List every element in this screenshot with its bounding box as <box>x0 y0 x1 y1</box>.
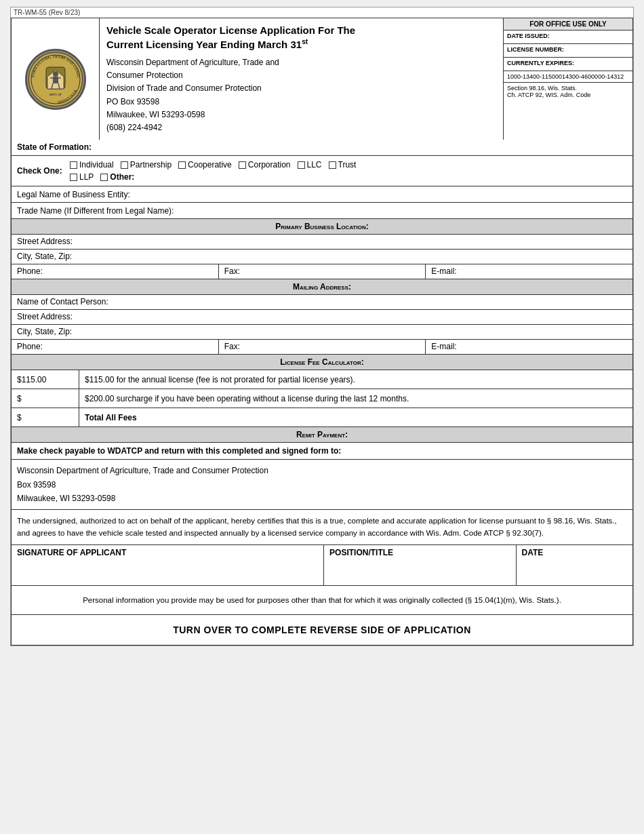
check-cooperative[interactable]: Cooperative <box>178 160 232 170</box>
office-section-ref: Section 98.16, Wis. Stats. Ch. ATCP 92, … <box>504 83 632 100</box>
remit-instruction: Make check payable to WDATCP and return … <box>12 443 632 460</box>
footer-note: Personal information you provide may be … <box>12 586 632 615</box>
office-use-block: FOR OFFICE USE ONLY DATE ISSUED: LICENSE… <box>504 18 632 140</box>
primary-phone-row: Phone: Fax: E-mail: <box>12 264 632 279</box>
fee3-amount: $ <box>12 408 79 426</box>
checkbox-trust[interactable] <box>329 161 336 169</box>
fee2-amount: $ <box>12 389 79 408</box>
svg-text:DEPT. OF: DEPT. OF <box>49 93 62 96</box>
primary-location-header: Primary Business Location: <box>12 219 632 235</box>
fee-row-1: $115.00 $115.00 for the annual license (… <box>12 370 632 389</box>
form-title: Vehicle Scale Operator License Applicati… <box>106 24 496 51</box>
check-trust[interactable]: Trust <box>329 160 357 170</box>
trade-name-row: Trade Name (If Different from Legal Name… <box>12 203 632 219</box>
footer-turn-over: TURN OVER TO COMPLETE REVERSE SIDE OF AP… <box>12 615 632 645</box>
fee2-desc: $200.00 surcharge if you have been opera… <box>79 389 632 408</box>
legal-name-row: Legal Name of Business Entity: <box>12 186 632 203</box>
remit-payment-header: Remit Payment: <box>12 427 632 443</box>
label-llc: LLC <box>307 160 322 170</box>
check-other[interactable]: Other: <box>100 172 134 182</box>
agency-info: Wisconsin Department of Agriculture, Tra… <box>106 56 496 134</box>
contact-person-row: Name of Contact Person: <box>12 295 632 310</box>
fee-row-total: $ Total All Fees <box>12 408 632 427</box>
mailing-phone-cell: Phone: <box>12 340 219 354</box>
currently-expires-field: CURRENTLY EXPIRES: <box>504 58 632 71</box>
mailing-street-row: Street Address: <box>12 310 632 325</box>
svg-rect-7 <box>53 77 58 83</box>
state-formation-row: State of Formation: <box>12 140 632 156</box>
check-corporation[interactable]: Corporation <box>239 160 291 170</box>
label-trust: Trust <box>338 160 357 170</box>
mailing-phone-row: Phone: Fax: E-mail: <box>12 340 632 355</box>
primary-fax-cell: Fax: <box>219 264 426 279</box>
check-llp[interactable]: LLP <box>70 172 94 182</box>
svg-point-6 <box>53 71 58 77</box>
checkbox-corporation[interactable] <box>239 161 246 169</box>
office-use-header: FOR OFFICE USE ONLY <box>504 18 632 31</box>
mailing-email-cell: E-mail: <box>426 340 632 354</box>
check-partnership[interactable]: Partnership <box>121 160 172 170</box>
label-other: Other: <box>110 172 134 182</box>
checkbox-llp[interactable] <box>70 174 77 181</box>
remit-address: Wisconsin Department of Agriculture, Tra… <box>12 460 632 510</box>
header-title-block: Vehicle Scale Operator License Applicati… <box>100 18 504 140</box>
checkbox-cooperative[interactable] <box>178 161 186 169</box>
checkbox-individual[interactable] <box>70 161 77 169</box>
primary-phone-cell: Phone: <box>12 264 219 279</box>
check-one-row: Check One: Individual Partnership Cooper… <box>12 156 632 186</box>
fee1-amount: $115.00 <box>12 370 79 389</box>
license-fee-header: License Fee Calculator: <box>12 355 632 370</box>
date-issued-field: DATE ISSUED: <box>504 31 632 44</box>
primary-city-row: City, State, Zip: <box>12 250 632 264</box>
label-cooperative: Cooperative <box>188 160 232 170</box>
fee3-desc: Total All Fees <box>79 408 632 426</box>
primary-street-row: Street Address: <box>12 235 632 250</box>
position-label: POSITION/TITLE <box>329 548 510 557</box>
check-individual[interactable]: Individual <box>70 160 114 170</box>
form-number: TR-WM-55 (Rev 8/23) <box>11 7 633 18</box>
trade-name-label: Trade Name (If Different from Legal Name… <box>17 206 174 216</box>
checkbox-llc[interactable] <box>298 161 305 169</box>
signature-label: SIGNATURE OF APPLICANT <box>17 548 318 557</box>
check-llc[interactable]: LLC <box>298 160 322 170</box>
fee1-desc: $115.00 for the annual license (fee is n… <box>79 370 632 389</box>
date-cell: DATE <box>517 545 632 585</box>
fee-row-2: $ $200.00 surcharge if you have been ope… <box>12 389 632 408</box>
signature-row: SIGNATURE OF APPLICANT POSITION/TITLE DA… <box>12 545 632 586</box>
certification-text: The undersigned, authorized to act on be… <box>12 510 632 545</box>
mailing-city-row: City, State, Zip: <box>12 325 632 340</box>
mailing-fax-cell: Fax: <box>219 340 426 354</box>
primary-email-cell: E-mail: <box>426 264 632 279</box>
office-code: 1000-13400-11500014300-4600000-14312 <box>504 71 632 83</box>
agency-logo: AGRICULTURE, TRADE AND CONSUMER WISCONSI… <box>12 18 100 140</box>
label-llp: LLP <box>79 172 94 182</box>
label-partnership: Partnership <box>130 160 172 170</box>
date-label: DATE <box>522 548 627 557</box>
legal-name-label: Legal Name of Business Entity: <box>17 190 130 199</box>
label-corporation: Corporation <box>248 160 291 170</box>
license-number-field: LICENSE NUMBER: <box>504 44 632 58</box>
check-one-label: Check One: <box>17 166 64 176</box>
label-individual: Individual <box>79 160 114 170</box>
position-cell: POSITION/TITLE <box>324 545 516 585</box>
signature-cell: SIGNATURE OF APPLICANT <box>12 545 324 585</box>
checkbox-other[interactable] <box>100 174 108 181</box>
checkbox-partnership[interactable] <box>121 161 128 169</box>
mailing-address-header: Mailing Address: <box>12 279 632 295</box>
